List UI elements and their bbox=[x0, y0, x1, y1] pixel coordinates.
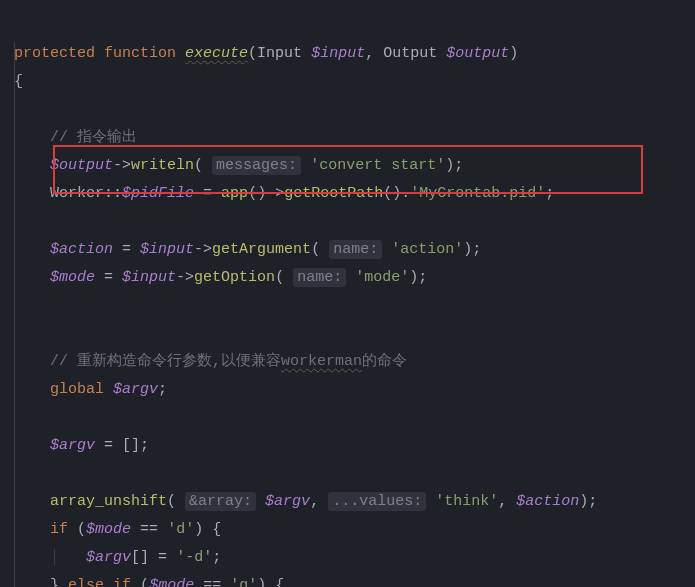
code-line-19: │ $argv[] = '-d'; bbox=[14, 549, 221, 566]
code-line-9: $mode = $input->getOption( name: 'mode')… bbox=[14, 268, 427, 287]
code-line-6: Worker::$pidFile = app()->getRootPath().… bbox=[14, 185, 554, 202]
code-line-2: { bbox=[14, 73, 23, 90]
code-line-8: $action = $input->getArgument( name: 'ac… bbox=[14, 240, 481, 259]
code-line-15: $argv = []; bbox=[14, 437, 149, 454]
code-line-1: protected function execute(Input $input,… bbox=[14, 45, 518, 62]
code-line-20: } else if ($mode == 'g') { bbox=[14, 577, 284, 587]
code-line-18: if ($mode == 'd') { bbox=[14, 521, 221, 538]
code-line-4: // 指令输出 bbox=[14, 129, 137, 146]
code-editor: protected function execute(Input $input,… bbox=[14, 12, 695, 587]
code-line-13: global $argv; bbox=[14, 381, 167, 398]
code-line-5: $output->writeln( messages: 'convert sta… bbox=[14, 156, 463, 175]
code-line-17: array_unshift( &array: $argv, ...values:… bbox=[14, 492, 597, 511]
code-line-12: // 重新构造命令行参数,以便兼容workerman的命令 bbox=[14, 353, 407, 370]
